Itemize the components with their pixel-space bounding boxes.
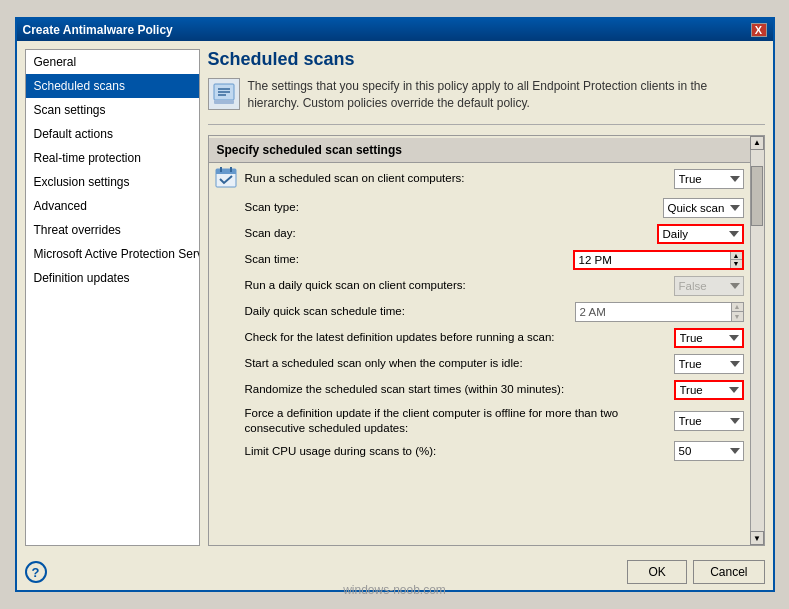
setting-label-4: Run a daily quick scan on client compute… bbox=[245, 278, 666, 293]
setting-dropdown-7[interactable]: TrueFalse bbox=[674, 354, 744, 374]
setting-label-8: Randomize the scheduled scan start times… bbox=[245, 382, 666, 397]
page-title: Scheduled scans bbox=[208, 49, 765, 70]
setting-row-5: Daily quick scan schedule time:▲▼ bbox=[209, 299, 750, 325]
setting-dropdown-2[interactable]: DailySundayMondayTuesdayWednesdayThursda… bbox=[657, 224, 744, 244]
setting-row-6: Check for the latest definition updates … bbox=[209, 325, 750, 351]
setting-spinner-5: ▲▼ bbox=[575, 302, 744, 322]
sidebar-item-threat-overrides[interactable]: Threat overrides bbox=[26, 218, 199, 242]
sidebar-item-general[interactable]: General bbox=[26, 50, 199, 74]
setting-control-7: TrueFalse bbox=[674, 354, 744, 374]
sidebar-item-scan-settings[interactable]: Scan settings bbox=[26, 98, 199, 122]
setting-row-10: Limit CPU usage during scans to (%):5025… bbox=[209, 438, 750, 464]
settings-body: Specify scheduled scan settings Run a sc… bbox=[209, 136, 750, 545]
setting-dropdown-9[interactable]: TrueFalse bbox=[674, 411, 744, 431]
setting-row-2: Scan day:DailySundayMondayTuesdayWednesd… bbox=[209, 221, 750, 247]
setting-dropdown-8[interactable]: TrueFalse bbox=[674, 380, 744, 400]
sidebar-item-definition-updates[interactable]: Definition updates bbox=[26, 266, 199, 290]
setting-label-2: Scan day: bbox=[245, 226, 649, 241]
setting-control-10: 502575100 bbox=[674, 441, 744, 461]
settings-panel: Specify scheduled scan settings Run a sc… bbox=[208, 135, 765, 546]
scrollbar-thumb[interactable] bbox=[751, 166, 763, 226]
setting-label-6: Check for the latest definition updates … bbox=[245, 330, 666, 345]
setting-control-2: DailySundayMondayTuesdayWednesdayThursda… bbox=[657, 224, 744, 244]
svg-rect-1 bbox=[214, 100, 234, 104]
sidebar: GeneralScheduled scansScan settingsDefau… bbox=[25, 49, 200, 546]
close-button[interactable]: X bbox=[751, 23, 767, 37]
sidebar-item-advanced[interactable]: Advanced bbox=[26, 194, 199, 218]
sidebar-item-scheduled-scans[interactable]: Scheduled scans bbox=[26, 74, 199, 98]
scheduled-scan-icon bbox=[215, 166, 237, 192]
setting-row-8: Randomize the scheduled scan start times… bbox=[209, 377, 750, 403]
spinner-up-5[interactable]: ▲ bbox=[731, 303, 743, 312]
spinner-up-3[interactable]: ▲ bbox=[730, 252, 742, 260]
info-box: The settings that you specify in this po… bbox=[208, 78, 765, 112]
setting-row-1: Scan type:Quick scanFull scan bbox=[209, 195, 750, 221]
setting-control-6: TrueFalse bbox=[674, 328, 744, 348]
setting-spinner-3: ▲▼ bbox=[573, 250, 744, 270]
divider bbox=[208, 124, 765, 125]
setting-dropdown-4[interactable]: TrueFalse bbox=[674, 276, 744, 296]
setting-label-7: Start a scheduled scan only when the com… bbox=[245, 356, 666, 371]
setting-label-10: Limit CPU usage during scans to (%): bbox=[245, 444, 666, 459]
setting-control-8: TrueFalse bbox=[674, 380, 744, 400]
setting-label-3: Scan time: bbox=[245, 252, 565, 267]
spinner-input-3[interactable] bbox=[575, 252, 730, 268]
setting-label-5: Daily quick scan schedule time: bbox=[245, 304, 567, 319]
window-body: GeneralScheduled scansScan settingsDefau… bbox=[17, 41, 773, 554]
setting-dropdown-10[interactable]: 502575100 bbox=[674, 441, 744, 461]
setting-label-1: Scan type: bbox=[245, 200, 655, 215]
sidebar-item-maps[interactable]: Microsoft Active Protection Service bbox=[26, 242, 199, 266]
setting-dropdown-6[interactable]: TrueFalse bbox=[674, 328, 744, 348]
setting-control-3: ▲▼ bbox=[573, 250, 744, 270]
setting-row-3: Scan time:▲▼ bbox=[209, 247, 750, 273]
setting-dropdown-0[interactable]: TrueFalse bbox=[674, 169, 744, 189]
bottom-buttons: OK Cancel bbox=[627, 560, 764, 584]
info-text: The settings that you specify in this po… bbox=[248, 78, 761, 112]
setting-label-0: Run a scheduled scan on client computers… bbox=[245, 171, 666, 186]
main-content-area: Scheduled scans The settings that you sp… bbox=[208, 49, 765, 546]
setting-control-1: Quick scanFull scan bbox=[663, 198, 744, 218]
spinner-input-5[interactable] bbox=[576, 303, 731, 321]
setting-row-7: Start a scheduled scan only when the com… bbox=[209, 351, 750, 377]
setting-control-5: ▲▼ bbox=[575, 302, 744, 322]
sidebar-item-default-actions[interactable]: Default actions bbox=[26, 122, 199, 146]
setting-row-4: Run a daily quick scan on client compute… bbox=[209, 273, 750, 299]
setting-control-4: TrueFalse bbox=[674, 276, 744, 296]
info-icon bbox=[208, 78, 240, 110]
settings-header: Specify scheduled scan settings bbox=[209, 138, 750, 163]
setting-control-9: TrueFalse bbox=[674, 411, 744, 431]
scroll-up-arrow[interactable]: ▲ bbox=[750, 136, 764, 150]
main-window: Create Antimalware Policy X GeneralSched… bbox=[15, 17, 775, 592]
setting-row-9: Force a definition update if the client … bbox=[209, 403, 750, 439]
spinner-down-5[interactable]: ▼ bbox=[731, 312, 743, 321]
setting-dropdown-1[interactable]: Quick scanFull scan bbox=[663, 198, 744, 218]
settings-rows-container: Run a scheduled scan on client computers… bbox=[209, 163, 750, 465]
svg-rect-3 bbox=[216, 169, 236, 174]
scroll-down-arrow[interactable]: ▼ bbox=[750, 531, 764, 545]
help-button[interactable]: ? bbox=[25, 561, 47, 583]
setting-label-9: Force a definition update if the client … bbox=[245, 406, 666, 436]
ok-button[interactable]: OK bbox=[627, 560, 687, 584]
setting-row-0: Run a scheduled scan on client computers… bbox=[209, 163, 750, 195]
window-title: Create Antimalware Policy bbox=[23, 23, 173, 37]
setting-control-0: TrueFalse bbox=[674, 169, 744, 189]
title-bar: Create Antimalware Policy X bbox=[17, 19, 773, 41]
spinner-down-3[interactable]: ▼ bbox=[730, 260, 742, 268]
watermark: windows-noob.com bbox=[343, 583, 446, 597]
cancel-button[interactable]: Cancel bbox=[693, 560, 764, 584]
sidebar-item-exclusion-settings[interactable]: Exclusion settings bbox=[26, 170, 199, 194]
sidebar-item-real-time-protection[interactable]: Real-time protection bbox=[26, 146, 199, 170]
scrollbar[interactable]: ▲ ▼ bbox=[750, 136, 764, 545]
